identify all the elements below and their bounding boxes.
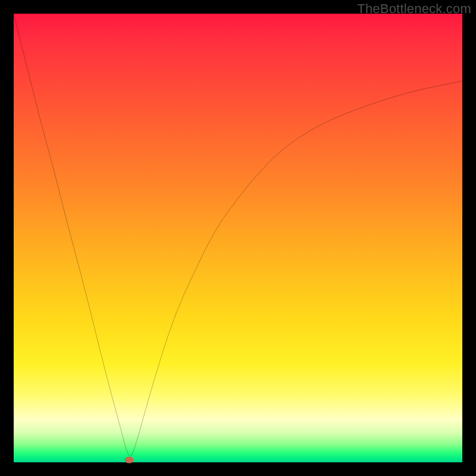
plot-area <box>14 14 462 462</box>
chart-frame: TheBottleneck.com <box>0 0 476 476</box>
optimum-point-marker <box>124 457 133 464</box>
curve-path <box>14 14 462 456</box>
watermark-text: TheBottleneck.com <box>357 1 471 17</box>
bottleneck-curve <box>14 14 462 462</box>
